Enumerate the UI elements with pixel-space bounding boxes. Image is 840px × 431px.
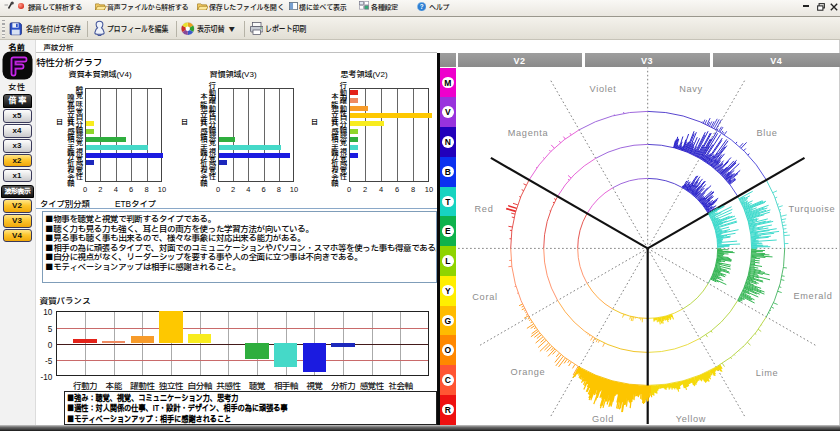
svg-text:Coral: Coral bbox=[472, 292, 497, 302]
svg-text:Magenta: Magenta bbox=[508, 128, 549, 138]
svg-text:Blue: Blue bbox=[756, 128, 777, 138]
svg-text:Yellow: Yellow bbox=[676, 414, 706, 424]
svg-text:Lime: Lime bbox=[756, 368, 779, 378]
svg-text:Navy: Navy bbox=[679, 84, 703, 94]
svg-text:?: ? bbox=[420, 2, 424, 9]
svg-text:Red: Red bbox=[475, 204, 494, 214]
svg-text:Turquoise: Turquoise bbox=[789, 204, 836, 214]
svg-text:Orange: Orange bbox=[511, 367, 546, 377]
svg-text:Violet: Violet bbox=[589, 84, 616, 94]
svg-text:Gold: Gold bbox=[592, 414, 614, 424]
svg-text:Emerald: Emerald bbox=[793, 291, 832, 301]
